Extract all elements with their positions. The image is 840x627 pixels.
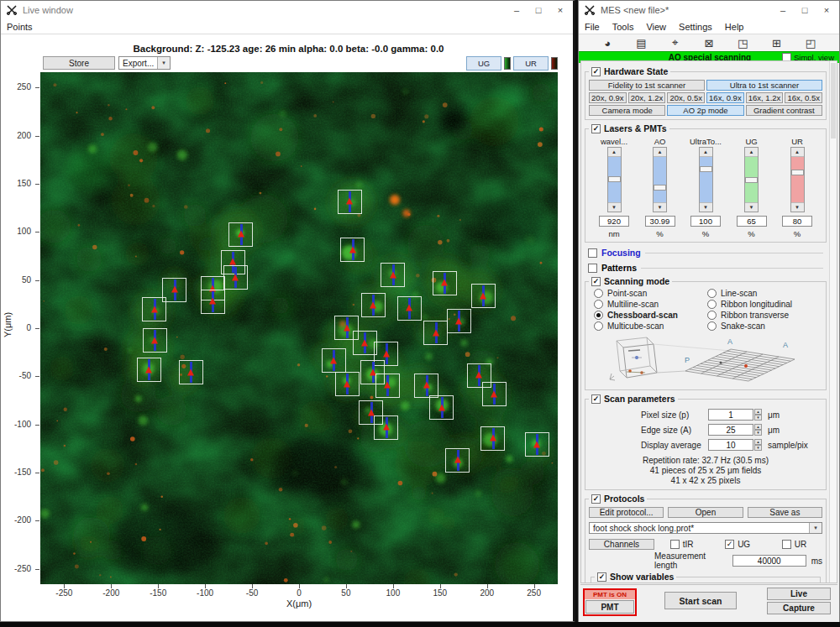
slider-body[interactable] [791,157,804,202]
channel-button-ur[interactable]: UR [513,56,549,71]
scan-param-input[interactable]: 10 [708,439,753,451]
slider-track[interactable]: ▲▼ [653,147,667,212]
scan-mode-option-point-scan[interactable]: Point-scan [594,289,707,298]
checkbox[interactable] [670,540,680,549]
hw-toggle-fidelity-to-1st-scanner[interactable]: Fidelity to 1st scanner [589,80,705,91]
hw-toggle-16x-0-9x[interactable]: 16x, 0.9x [706,92,744,103]
roi-box[interactable] [361,293,386,317]
roi-box[interactable] [374,415,398,440]
channel-check-ug[interactable]: UG [725,540,750,549]
radio-button[interactable] [594,321,603,331]
slider-down-arrow-icon[interactable]: ▼ [608,202,621,212]
channels-button[interactable]: Channels [589,539,654,550]
slider-thumb[interactable] [700,166,712,172]
scan-parameters-checkbox[interactable] [591,394,601,404]
scanner-xy-icon[interactable]: ⌖ [666,36,685,50]
roi-box[interactable] [381,263,405,287]
radio-button[interactable] [707,311,717,320]
scan-mode-option-ribbon-longitudinal[interactable]: Ribbon longitudinal [707,300,821,309]
roi-box[interactable] [480,426,505,451]
slider-thumb[interactable] [608,176,621,182]
roi-box[interactable] [142,297,166,321]
roi-box[interactable] [447,309,471,333]
scan-mode-option-ribbon-transverse[interactable]: Ribbon transverse [707,311,821,320]
scan-param-input[interactable]: 25 [708,424,753,436]
spinner-up-icon[interactable]: ▴ [754,409,762,415]
spinner-down-icon[interactable]: ▾ [754,445,762,451]
radio-button[interactable] [594,289,603,298]
hw-toggle-camera-mode[interactable]: Camera mode [589,105,665,116]
protocol-edit-protocol--button[interactable]: Edit protocol... [589,507,664,518]
roi-box[interactable] [179,360,203,384]
scan-mode-option-chessboard-scan[interactable]: Chessboard-scan [594,311,707,320]
store-button[interactable]: Store [43,56,115,70]
menu-item-points[interactable]: Points [7,22,33,32]
roi-box[interactable] [433,271,457,295]
hardware-state-checkbox[interactable] [591,67,601,76]
slider-value-input[interactable]: 100 [690,216,721,227]
slider-value-input[interactable]: 920 [599,216,629,227]
roi-box[interactable] [445,448,470,473]
spinner-up-icon[interactable]: ▴ [754,424,762,430]
slider-track[interactable]: ▲▼ [699,147,713,212]
roi-box[interactable] [397,296,422,321]
slider-value-input[interactable]: 30.99 [645,216,675,227]
document-icon[interactable]: ▤ [632,37,650,50]
export-dropdown[interactable]: Export... ▾ [118,56,171,70]
slider-value-input[interactable]: 80 [782,216,812,227]
measurement-length-input[interactable]: 40000 [732,555,806,567]
microscopy-image-canvas[interactable] [40,72,558,584]
slider-body[interactable] [745,157,758,202]
slider-thumb[interactable] [791,170,804,175]
protocols-checkbox[interactable] [591,494,601,504]
hw-toggle-20x-1-2x[interactable]: 20x, 1.2x [628,92,666,103]
menu-item-file[interactable]: File [585,22,600,32]
snapshot-icon[interactable]: ◕ [598,37,617,50]
slider-up-arrow-icon[interactable]: ▲ [700,148,712,157]
slider-thumb[interactable] [745,177,758,183]
spinner-down-icon[interactable]: ▾ [754,430,762,436]
channel-check-tir[interactable]: tIR [670,540,694,549]
hw-toggle-gradient-contrast[interactable]: Gradient contrast [746,105,822,116]
roi-box[interactable] [335,372,360,396]
roi-box[interactable] [482,382,507,406]
radio-button[interactable] [594,311,603,320]
chevron-down-icon[interactable]: ▾ [809,523,822,533]
new-measurement-window-icon[interactable]: ◳ [733,37,752,50]
roi-box[interactable] [137,358,161,382]
hw-toggle-20x-0-5x[interactable]: 20x, 0.5x [667,92,705,103]
live-button[interactable]: Live [767,588,831,600]
scan-mode-option-multiline-scan[interactable]: Multiline-scan [594,300,707,309]
slider-value-input[interactable]: 65 [737,216,767,227]
protocol-open-button[interactable]: Open [668,507,743,518]
hw-toggle-16x-0-5x[interactable]: 16x, 0.5x [785,92,822,103]
roi-box[interactable] [340,238,365,262]
chevron-down-icon[interactable]: ▾ [157,57,170,69]
spinner-up-icon[interactable]: ▴ [754,439,762,445]
hw-toggle-16x-1-2x[interactable]: 16x, 1.2x [746,92,784,103]
slider-down-arrow-icon[interactable]: ▼ [654,202,666,212]
maximize-button[interactable]: □ [794,2,816,18]
slider-track[interactable]: ▲▼ [790,147,805,212]
menu-item-help[interactable]: Help [725,22,744,32]
roi-box[interactable] [201,290,225,314]
slider-body[interactable] [608,157,621,202]
roi-box[interactable] [223,265,248,290]
roi-box[interactable] [143,328,167,353]
slider-up-arrow-icon[interactable]: ▲ [608,148,621,157]
slider-up-arrow-icon[interactable]: ▲ [654,148,666,157]
slider-down-arrow-icon[interactable]: ▼ [745,202,758,212]
channel-check-ur[interactable]: UR [782,540,806,549]
roi-box[interactable] [338,190,362,214]
maximize-button[interactable]: □ [528,2,549,18]
close-button[interactable]: × [549,2,571,18]
slider-track[interactable]: ▲▼ [607,147,622,212]
open-window-icon[interactable]: ◰ [801,37,820,50]
roi-box[interactable] [414,374,438,398]
slider-down-arrow-icon[interactable]: ▼ [700,202,712,212]
spinner-control[interactable]: ▴▾ [754,439,762,451]
roi-box[interactable] [322,348,346,373]
menu-item-tools[interactable]: Tools [612,22,634,32]
menu-item-settings[interactable]: Settings [679,22,712,32]
hw-toggle-ao-2p-mode[interactable]: AO 2p mode [667,105,743,116]
